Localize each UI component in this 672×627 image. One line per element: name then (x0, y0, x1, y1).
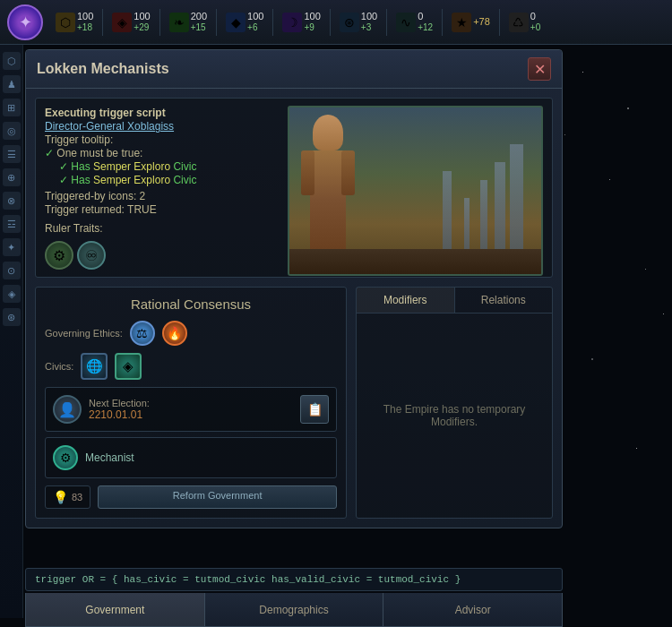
reform-button[interactable]: Reform Government (98, 485, 337, 509)
ground (289, 249, 541, 274)
resource-science[interactable]: ∿ 0+12 (391, 4, 438, 40)
influence-box: 💡 83 (45, 485, 90, 509)
resource-energy[interactable]: ⬡ 100+18 (50, 4, 99, 40)
tab-modifiers[interactable]: Modifiers (357, 288, 455, 313)
sidebar-icon-12[interactable]: ⊛ (3, 308, 21, 326)
sidebar-icon-11[interactable]: ◈ (3, 285, 21, 303)
sidebar-icon-9[interactable]: ✦ (3, 238, 21, 256)
sidebar-icon-10[interactable]: ⊙ (3, 262, 21, 279)
bottom-tab-bar: Government Demographics Advisor (25, 593, 563, 627)
civics-row: Civics: 🌐 ◈ (45, 353, 337, 380)
trigger-debug-box: Executing trigger script Director-Genera… (35, 98, 553, 278)
influence-icon: ★ (452, 13, 471, 32)
city-tower-3 (464, 198, 470, 252)
divider (499, 9, 500, 36)
influence-small-icon: 💡 (53, 490, 68, 504)
resource-bar: ✦ ⬡ 100+18 ◈ 100+29 ❧ 200+15 ◆ 100+6 ☽ 1… (0, 0, 672, 45)
election-label: Next Election: (89, 398, 293, 408)
panel-title: Lokken Mechanists (37, 61, 169, 77)
sidebar-icon-5[interactable]: ☰ (3, 145, 21, 163)
alloys-icon: ☽ (282, 13, 302, 32)
mechanist-label: Mechanist (85, 451, 134, 464)
divider (102, 9, 103, 36)
divider (442, 9, 443, 36)
sidebar-icon-6[interactable]: ⊕ (3, 168, 21, 186)
character-figure (297, 115, 359, 249)
main-panel: Lokken Mechanists ✕ (25, 49, 563, 528)
panel-content: Executing trigger script Director-Genera… (26, 89, 562, 528)
panel-titlebar: Lokken Mechanists ✕ (26, 50, 562, 89)
civic-icon-1[interactable]: 🌐 (81, 353, 108, 380)
command-bar: trigger OR = { has_civic = tutmod_civic … (25, 568, 563, 591)
divider (386, 9, 387, 36)
sidebar-icon-4[interactable]: ◎ (3, 122, 21, 140)
empire-icon[interactable]: ✦ (7, 4, 43, 40)
tab-government[interactable]: Government (26, 593, 205, 626)
science-icon: ∿ (396, 13, 416, 32)
close-button[interactable]: ✕ (528, 57, 551, 81)
divider (330, 9, 331, 36)
tab-relations[interactable]: Relations (455, 288, 553, 313)
left-sidebar: ⬡ ♟ ⊞ ◎ ☰ ⊕ ⊗ ☲ ✦ ⊙ ◈ ⊛ (0, 45, 23, 618)
unity-icon: ⊛ (340, 13, 359, 32)
no-modifiers-text: The Empire has no temporaryModifiers. (383, 403, 526, 428)
mechanist-icon: ⚙ (53, 445, 78, 470)
portrait-area (288, 106, 543, 276)
food-icon: ❧ (169, 13, 189, 32)
election-box: 👤 Next Election: 2210.01.01 📋 (45, 387, 337, 432)
right-tab-panel: Modifiers Relations The Empire has no te… (356, 287, 553, 519)
sidebar-icon-7[interactable]: ⊗ (3, 192, 21, 210)
misc-icon: ♺ (509, 13, 529, 32)
resource-misc[interactable]: ♺ 0+0 (504, 4, 546, 40)
city-tower-5 (443, 171, 452, 252)
sidebar-icon-3[interactable]: ⊞ (3, 99, 21, 116)
right-tabs: Modifiers Relations (357, 288, 552, 314)
resource-influence[interactable]: ★ +78 (446, 4, 495, 40)
energy-icon: ⬡ (56, 13, 75, 32)
election-date: 2210.01.01 (89, 408, 293, 421)
influence-value: 83 (72, 492, 82, 502)
city-tower-1 (480, 180, 487, 252)
city-tower-4 (510, 144, 523, 252)
trait-icon-2[interactable]: ♾ (77, 241, 106, 270)
tab-advisor[interactable]: Advisor (383, 593, 562, 626)
empire-section: Rational Consensus Governing Ethics: ⚖ 🔥… (35, 287, 553, 519)
sidebar-icon-1[interactable]: ⬡ (3, 52, 21, 70)
trait-icon-1[interactable]: ⚙ (45, 241, 73, 270)
portrait-scene (289, 107, 541, 274)
bottom-action-bar: 💡 83 Reform Government (45, 485, 337, 509)
ethics-row: Governing Ethics: ⚖ 🔥 (45, 321, 337, 346)
resource-minerals[interactable]: ◈ 100+29 (107, 4, 155, 40)
minerals-icon: ◈ (112, 13, 132, 32)
civics-label: Civics: (45, 361, 73, 372)
civic-icon-2[interactable]: ◈ (115, 353, 142, 380)
election-icon: 👤 (53, 395, 82, 424)
resource-unity[interactable]: ⊛ 100+3 (334, 4, 383, 40)
empire-info-panel: Rational Consensus Governing Ethics: ⚖ 🔥… (35, 287, 347, 519)
city-tower-2 (495, 162, 505, 252)
resource-alloys[interactable]: ☽ 100+9 (277, 4, 325, 40)
ethic-balance-icon[interactable]: ⚖ (130, 321, 155, 346)
tab-demographics[interactable]: Demographics (205, 593, 384, 626)
sidebar-icon-2[interactable]: ♟ (3, 75, 21, 93)
resource-food[interactable]: ❧ 200+15 (164, 4, 212, 40)
divider (159, 9, 160, 36)
mechanist-box: ⚙ Mechanist (45, 437, 337, 478)
ethic-flame-icon[interactable]: 🔥 (162, 321, 187, 346)
divider (216, 9, 217, 36)
election-button[interactable]: 📋 (300, 395, 329, 424)
modifiers-content: The Empire has no temporaryModifiers. (357, 314, 552, 518)
empire-name: Rational Consensus (45, 296, 337, 312)
sidebar-icon-8[interactable]: ☲ (3, 215, 21, 233)
modifiers-panel: Modifiers Relations The Empire has no te… (356, 287, 553, 519)
consumer-icon: ◆ (226, 13, 246, 32)
ethics-label: Governing Ethics: (45, 328, 123, 339)
command-text: trigger OR = { has_civic = tutmod_civic … (35, 574, 461, 585)
election-info: Next Election: 2210.01.01 (89, 398, 293, 421)
resource-consumer[interactable]: ◆ 100+6 (220, 4, 269, 40)
divider (272, 9, 273, 36)
